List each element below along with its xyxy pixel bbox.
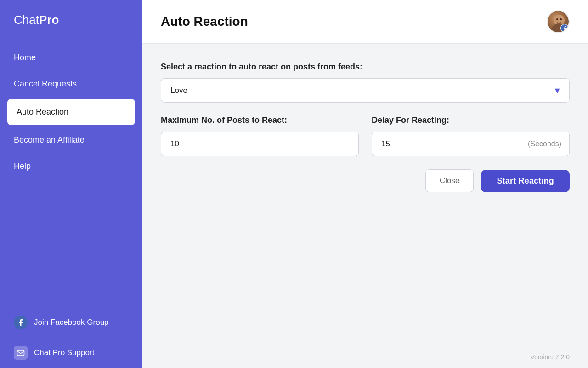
page-title: Auto Reaction (161, 14, 248, 29)
sidebar-bottom: Join Facebook Group Chat Pro Support (0, 298, 142, 368)
sidebar-item-label-become-affiliate: Become an Affiliate (14, 135, 85, 145)
reaction-section: Select a reaction to auto react on posts… (161, 62, 570, 103)
avatar[interactable] (547, 10, 570, 33)
inputs-row: Maximum No. of Posts to React: Delay For… (161, 115, 570, 156)
svg-point-4 (560, 18, 562, 20)
sidebar-item-help[interactable]: Help (0, 153, 142, 179)
start-reacting-button[interactable]: Start Reacting (481, 170, 570, 192)
svg-rect-0 (17, 350, 24, 356)
logo-pro: Pro (39, 13, 59, 27)
version-text: Version: 7.2.0 (530, 353, 570, 361)
svg-point-3 (556, 18, 558, 20)
main-header: Auto Reaction (142, 0, 588, 44)
delay-label: Delay For Reacting: (372, 115, 570, 125)
logo: ChatPro (0, 0, 142, 40)
close-button[interactable]: Close (425, 169, 474, 192)
max-posts-section: Maximum No. of Posts to React: (161, 115, 359, 156)
content-area: Select a reaction to auto react on posts… (142, 44, 588, 346)
reaction-label: Select a reaction to auto react on posts… (161, 62, 570, 72)
main-content: Auto Reaction Select a re (142, 0, 588, 368)
chat-pro-support[interactable]: Chat Pro Support (0, 338, 142, 368)
delay-wrapper: (Seconds) (372, 132, 570, 156)
max-posts-input[interactable] (161, 132, 359, 156)
join-facebook-group[interactable]: Join Facebook Group (0, 307, 142, 338)
sidebar-item-cancel-requests[interactable]: Cancel Requests (0, 71, 142, 97)
reaction-dropdown[interactable]: Love Like Haha Wow Sad Angry (161, 78, 570, 103)
action-buttons: Close Start Reacting (161, 169, 570, 192)
sidebar-item-label-home: Home (14, 53, 36, 63)
max-posts-label: Maximum No. of Posts to React: (161, 115, 359, 125)
sidebar-nav: Home Cancel Requests Auto Reaction Becom… (0, 40, 142, 298)
sidebar-item-auto-reaction[interactable]: Auto Reaction (7, 99, 135, 125)
delay-section: Delay For Reacting: (Seconds) (372, 115, 570, 156)
reaction-dropdown-wrapper: Love Like Haha Wow Sad Angry ▼ (161, 78, 570, 103)
avatar-badge (560, 24, 569, 32)
sidebar-item-home[interactable]: Home (0, 45, 142, 71)
sidebar-item-label-auto-reaction: Auto Reaction (17, 107, 68, 117)
main-footer: Version: 7.2.0 (142, 346, 588, 368)
sidebar-item-label-help: Help (14, 161, 31, 171)
chat-pro-support-label: Chat Pro Support (34, 348, 94, 357)
delay-input[interactable] (372, 132, 570, 156)
sidebar: ChatPro Home Cancel Requests Auto Reacti… (0, 0, 142, 368)
facebook-icon (14, 316, 28, 329)
mail-icon (14, 346, 28, 360)
sidebar-item-label-cancel-requests: Cancel Requests (14, 79, 77, 89)
join-facebook-label: Join Facebook Group (34, 318, 109, 327)
logo-chat: Chat (14, 13, 39, 27)
sidebar-item-become-affiliate[interactable]: Become an Affiliate (0, 127, 142, 153)
